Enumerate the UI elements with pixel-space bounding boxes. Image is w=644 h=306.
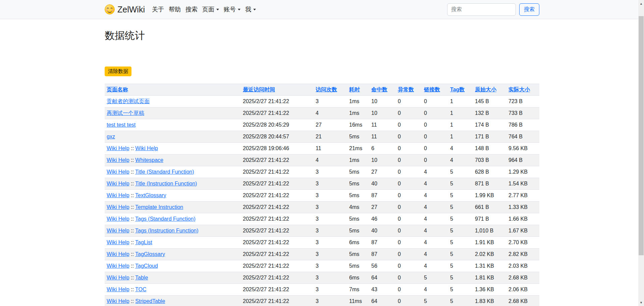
page-link[interactable]: TagGlossary [135,251,165,257]
page-link[interactable]: test test test [107,122,136,128]
stat-cell: 9.56 KB [506,143,539,155]
stat-cell: 27 [369,166,396,178]
sort-link[interactable]: 命中数 [371,87,387,92]
scrollbar-thumb[interactable] [639,16,644,255]
stat-cell: 27 [369,202,396,213]
stat-cell: 0 [396,284,422,296]
page-link[interactable]: Wiki Help [107,157,129,163]
table-row: Wiki Help :: Table2025/2/27 21:41:2236ms… [105,272,539,284]
stat-cell: 3 [314,284,347,296]
sort-link[interactable]: 访问次数 [316,87,337,92]
page-link[interactable]: 再测试一个草稿 [107,110,144,116]
stat-cell: 1.33 KB [506,202,539,213]
search-button[interactable]: 搜索 [519,3,539,16]
sort-link[interactable]: 耗时 [349,87,360,92]
page-link[interactable]: Wiki Help [135,145,158,151]
page-link[interactable]: Wiki Help [107,287,129,292]
stat-cell: 2.68 KB [506,272,539,284]
sort-link[interactable]: 实际大小 [508,87,530,92]
page-link[interactable]: Wiki Help [107,181,129,186]
nav-item-1[interactable]: 帮助 [166,3,183,16]
stat-cell: 5 [448,178,473,190]
stat-cell: 5 [448,237,473,249]
stat-cell: 10 [369,107,396,119]
page-link[interactable]: Wiki Help [107,239,129,245]
page-link[interactable]: Wiki Help [107,216,129,222]
nav-item-0[interactable]: 关于 [150,3,166,16]
page-link[interactable]: Wiki Help [107,145,129,151]
stat-cell: 171 B [473,131,506,143]
page-name-cell: Wiki Help :: TOC [105,284,241,296]
page-link[interactable]: Wiki Help [107,275,129,280]
stat-cell: 2025/2/27 21:41:22 [241,213,314,225]
sort-link[interactable]: 原始大小 [475,87,496,92]
stat-cell: 2025/2/27 21:41:22 [241,202,314,213]
page-link[interactable]: Wiki Help [107,169,129,175]
stat-cell: 1ms [347,107,369,119]
stat-cell: 21ms [347,143,369,155]
sort-link[interactable]: 最近访问时间 [243,87,275,92]
scroll-up-icon[interactable]: ▲ [638,1,644,6]
search-input[interactable] [447,3,516,16]
sort-link[interactable]: 链接数 [424,87,440,92]
page-link[interactable]: TagCloud [135,263,158,269]
page-link[interactable]: Wiki Help [107,204,129,210]
stat-cell: 6ms [347,272,369,284]
page-link[interactable]: Template Instruction [135,204,183,210]
stat-cell: 64 [369,272,396,284]
page-link[interactable]: Table [135,275,148,280]
sort-link[interactable]: 页面名称 [107,87,128,92]
stat-cell: 0 [396,202,422,213]
page-link[interactable]: TOC [135,287,146,292]
page-link[interactable]: gxz [107,134,115,139]
page-link[interactable]: Whitespace [135,157,163,163]
stat-cell: 661 B [473,202,506,213]
page-link[interactable]: Wiki Help [107,251,129,257]
stat-cell: 628 B [473,166,506,178]
page-link[interactable]: Wiki Help [107,192,129,198]
page-name-cell: Wiki Help :: Tags (Standard Function) [105,213,241,225]
page-link[interactable]: TextGlossary [135,192,166,198]
stat-cell: 2025/2/27 21:41:22 [241,107,314,119]
sort-link[interactable]: 异常数 [398,87,414,92]
page-link[interactable]: Tags (Standard Function) [135,216,196,222]
nav-item-3[interactable]: 页面 [200,3,221,16]
nav-item-2[interactable]: 搜索 [183,3,200,16]
stat-cell: 4 [422,178,448,190]
stat-cell: 0 [396,119,422,131]
page-link[interactable]: Title (Standard Function) [135,169,194,175]
page-link[interactable]: StripedTable [135,298,165,304]
clear-data-button[interactable]: 清除数据 [105,67,131,76]
name-separator: :: [129,181,136,186]
page-link[interactable]: Tags (Instruction Function) [135,228,199,233]
page-link[interactable]: Title (Instruction Function) [135,181,197,186]
stat-cell: 786 B [506,119,539,131]
page-link[interactable]: Wiki Help [107,298,129,304]
stat-cell: 1.83 KB [473,296,506,306]
stat-cell: 0 [396,190,422,202]
nav-item-5[interactable]: 我 [243,3,258,16]
stat-cell: 4 [422,213,448,225]
stat-cell: 4 [422,225,448,237]
brand[interactable]: ZelWiki [105,4,145,14]
vertical-scrollbar[interactable]: ▲ ▼ [638,0,644,306]
stat-cell: 5 [448,260,473,272]
page-link[interactable]: 贡献者的测试页面 [107,98,150,104]
scroll-down-icon[interactable]: ▼ [638,300,644,305]
page-link[interactable]: TagList [135,239,152,245]
name-separator: :: [129,145,136,151]
chevron-down-icon [253,9,256,10]
stat-cell: 4 [422,202,448,213]
page-link[interactable]: Wiki Help [107,263,129,269]
sort-link[interactable]: Tag数 [450,87,465,92]
page-link[interactable]: Wiki Help [107,228,129,233]
stat-cell: 3 [314,272,347,284]
page-name-cell: Wiki Help :: TagCloud [105,260,241,272]
column-header-9: 实际大小 [506,84,539,96]
page-name-cell: gxz [105,131,241,143]
table-row: test test test2025/2/28 20:45:292716ms11… [105,119,539,131]
nav-item-4[interactable]: 账号 [221,3,243,16]
table-row: Wiki Help :: StripedTable2025/2/27 21:41… [105,296,539,306]
stat-cell: 2025/2/27 21:41:22 [241,166,314,178]
table-row: 再测试一个草稿2025/2/27 21:41:2241ms10001132 B7… [105,107,539,119]
